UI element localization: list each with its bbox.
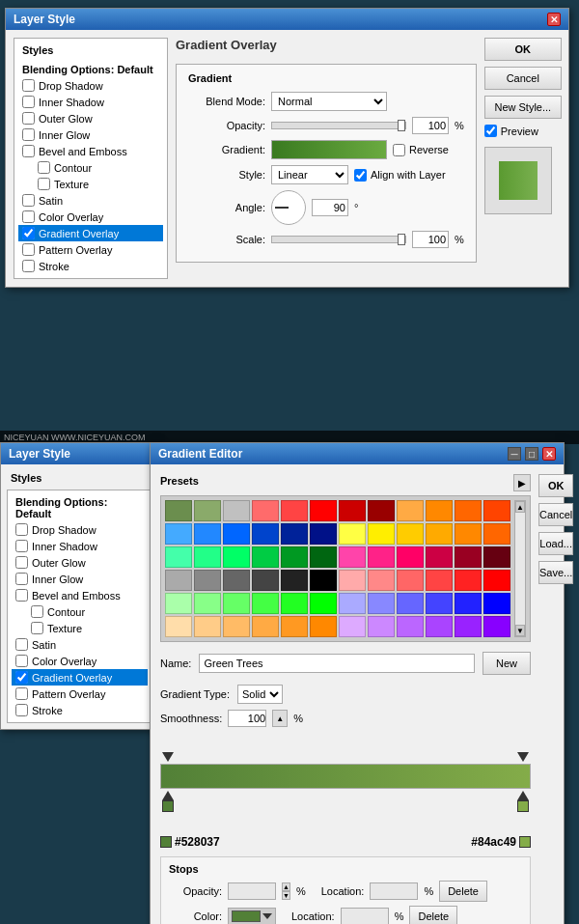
opacity-stops-input[interactable] — [228, 882, 276, 900]
preset-swatch-27[interactable] — [252, 546, 279, 568]
preset-swatch-54[interactable] — [339, 593, 366, 614]
preset-swatch-26[interactable] — [223, 546, 250, 568]
style-item-color-overlay[interactable]: Color Overlay — [18, 209, 163, 225]
preset-swatch-52[interactable] — [281, 593, 308, 614]
preset-swatch-29[interactable] — [310, 546, 337, 568]
smoothness-spin-up[interactable]: ▲ — [272, 710, 288, 727]
style-item-blending[interactable]: Blending Options: Default — [18, 62, 163, 77]
b-style-drop-shadow[interactable]: Drop Shadow — [12, 521, 148, 538]
preset-swatch-40[interactable] — [281, 570, 308, 591]
preset-swatch-62[interactable] — [223, 616, 250, 637]
preset-swatch-37[interactable] — [194, 570, 221, 591]
name-input[interactable] — [199, 654, 475, 673]
preset-swatch-34[interactable] — [455, 546, 482, 568]
preset-swatch-30[interactable] — [339, 546, 366, 568]
opacity-spin[interactable]: ▲ ▼ — [282, 882, 290, 900]
preset-swatch-42[interactable] — [339, 570, 366, 591]
preset-swatch-10[interactable] — [455, 500, 482, 521]
preset-swatch-68[interactable] — [397, 616, 424, 637]
scale-thumb[interactable] — [398, 234, 405, 245]
preset-swatch-41[interactable] — [310, 570, 337, 591]
b-style-inner-shadow[interactable]: Inner Shadow — [12, 538, 148, 554]
preset-swatch-15[interactable] — [252, 523, 279, 545]
style-item-texture[interactable]: Texture — [18, 176, 163, 192]
preset-swatch-47[interactable] — [483, 570, 510, 591]
angle-input[interactable] — [312, 199, 348, 216]
preset-swatch-38[interactable] — [223, 570, 250, 591]
preset-swatch-22[interactable] — [455, 523, 482, 545]
preset-swatch-50[interactable] — [223, 593, 250, 614]
color-stops-swatch[interactable] — [228, 908, 276, 924]
preview-label[interactable]: Preview — [484, 125, 562, 137]
location-input-2[interactable] — [341, 908, 389, 924]
preset-swatch-44[interactable] — [397, 570, 424, 591]
stop-top-right[interactable] — [517, 752, 529, 762]
preset-swatch-70[interactable] — [455, 616, 482, 637]
preset-swatch-59[interactable] — [483, 593, 510, 614]
stop-bottom-right[interactable] — [517, 791, 529, 812]
preset-swatch-4[interactable] — [281, 500, 308, 521]
style-item-stroke[interactable]: Stroke — [18, 258, 163, 274]
close-button-top[interactable]: ✕ — [547, 13, 561, 26]
new-button[interactable]: New — [482, 652, 531, 675]
preset-swatch-8[interactable] — [397, 500, 424, 521]
preset-swatch-12[interactable] — [165, 523, 192, 545]
ge-ok-button[interactable]: OK — [538, 474, 573, 497]
preset-swatch-28[interactable] — [281, 546, 308, 568]
stop-bottom-left[interactable] — [162, 791, 174, 812]
smoothness-input[interactable] — [228, 710, 266, 727]
preset-swatch-63[interactable] — [252, 616, 279, 637]
b-style-contour[interactable]: Contour — [12, 603, 148, 620]
scrollbar-down[interactable]: ▼ — [515, 625, 525, 636]
preset-swatch-57[interactable] — [426, 593, 453, 614]
preset-swatch-2[interactable] — [223, 500, 250, 521]
opacity-slider[interactable] — [271, 122, 406, 129]
preset-swatch-6[interactable] — [339, 500, 366, 521]
preset-swatch-14[interactable] — [223, 523, 250, 545]
presets-scrollbar[interactable]: ▲ ▼ — [514, 500, 526, 637]
preset-swatch-19[interactable] — [368, 523, 395, 545]
delete-button-1[interactable]: Delete — [439, 881, 487, 902]
preset-swatch-71[interactable] — [483, 616, 510, 637]
preset-swatch-39[interactable] — [252, 570, 279, 591]
preset-swatch-69[interactable] — [426, 616, 453, 637]
scrollbar-up[interactable]: ▲ — [515, 501, 525, 513]
preset-swatch-65[interactable] — [310, 616, 337, 637]
b-style-gradient-overlay[interactable]: Gradient Overlay — [12, 669, 148, 686]
style-item-bevel[interactable]: Bevel and Emboss — [18, 143, 163, 159]
preset-swatch-18[interactable] — [339, 523, 366, 545]
preset-swatch-25[interactable] — [194, 546, 221, 568]
blend-mode-select[interactable]: Normal — [271, 92, 387, 111]
presets-nav-button[interactable]: ▶ — [513, 474, 531, 491]
style-select[interactable]: Linear — [271, 165, 348, 184]
restore-button[interactable]: □ — [525, 447, 538, 461]
preset-swatch-35[interactable] — [483, 546, 510, 568]
preset-swatch-48[interactable] — [165, 593, 192, 614]
delete-button-2[interactable]: Delete — [409, 906, 457, 924]
style-item-inner-glow[interactable]: Inner Glow — [18, 126, 163, 143]
preset-swatch-64[interactable] — [281, 616, 308, 637]
style-item-inner-shadow[interactable]: Inner Shadow — [18, 94, 163, 110]
gradient-type-select[interactable]: Solid — [237, 685, 283, 704]
scale-input[interactable] — [412, 231, 449, 248]
ok-button-top[interactable]: OK — [484, 38, 562, 61]
preset-swatch-7[interactable] — [368, 500, 395, 521]
minimize-button[interactable]: ─ — [508, 447, 521, 461]
b-style-texture[interactable]: Texture — [12, 620, 148, 636]
preset-swatch-67[interactable] — [368, 616, 395, 637]
new-style-button[interactable]: New Style... — [484, 96, 562, 119]
style-item-contour[interactable]: Contour — [18, 159, 163, 176]
preset-swatch-45[interactable] — [426, 570, 453, 591]
b-style-satin[interactable]: Satin — [12, 636, 148, 653]
style-item-outer-glow[interactable]: Outer Glow — [18, 110, 163, 126]
cancel-button-top[interactable]: Cancel — [484, 67, 562, 90]
opacity-thumb[interactable] — [398, 120, 405, 131]
preset-swatch-23[interactable] — [483, 523, 510, 545]
stop-top-left[interactable] — [162, 752, 174, 762]
opacity-spin-up[interactable]: ▲ — [282, 882, 290, 891]
location-input-1[interactable] — [370, 882, 418, 900]
ge-load-button[interactable]: Load... — [538, 532, 573, 555]
preset-swatch-24[interactable] — [165, 546, 192, 568]
preset-swatch-46[interactable] — [455, 570, 482, 591]
ge-save-button[interactable]: Save... — [538, 561, 573, 584]
